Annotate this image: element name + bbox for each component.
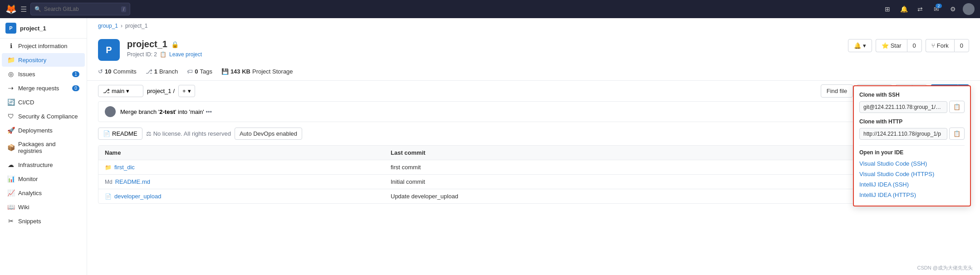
- sidebar-item-cicd[interactable]: 🔄 CI/CD: [2, 95, 85, 109]
- commit-author-avatar: [105, 106, 116, 117]
- analytics-icon: 📈: [7, 189, 15, 196]
- path-sep: /: [173, 88, 175, 94]
- stats-row: ↺ 10 Commits ⎇ 1 Branch 🏷 0 Tags 💾 143 K…: [87, 68, 980, 80]
- repository-icon: 📁: [7, 56, 15, 64]
- sidebar-item-label: Repository: [18, 57, 79, 64]
- storage-label: Project Storage: [252, 68, 293, 75]
- clone-vscode-https[interactable]: Visual Studio Code (HTTPS): [859, 169, 965, 179]
- sidebar: P project_1 ℹ Project information 📁 Repo…: [0, 18, 87, 275]
- packages-icon: 📦: [7, 144, 15, 151]
- commit-branch: 2-test: [159, 108, 175, 115]
- readme-bar: 📄 README ⚖ No license. All rights reserv…: [98, 128, 969, 140]
- file-name-text: developer_upload: [114, 193, 161, 200]
- hamburger-menu[interactable]: ☰: [20, 5, 27, 14]
- commit-dots[interactable]: •••: [206, 108, 212, 115]
- sidebar-item-label: Monitor: [18, 176, 79, 182]
- file-commit-msg: first commit: [391, 164, 676, 171]
- create-icon[interactable]: ⊞: [881, 3, 894, 15]
- sidebar-item-analytics[interactable]: 📈 Analytics: [2, 186, 85, 200]
- sidebar-item-merge-requests[interactable]: ⇢ Merge requests 0: [2, 81, 85, 95]
- add-button[interactable]: + ▾: [178, 85, 195, 97]
- notifications-button[interactable]: 🔔 ▾: [848, 39, 872, 52]
- file-name-readme[interactable]: Md README.md: [105, 178, 391, 185]
- find-file-button[interactable]: Find file: [821, 84, 853, 98]
- sidebar-item-packages-registries[interactable]: 📦 Packages and registries: [2, 138, 85, 157]
- merge-requests-badge: 0: [72, 85, 79, 91]
- leave-project-link[interactable]: Leave project: [169, 51, 202, 58]
- commits-icon: ↺: [98, 68, 103, 75]
- project-header: P project_1 🔒 Project ID: 2 📋 Leave proj…: [87, 34, 980, 68]
- sidebar-item-snippets[interactable]: ✂ Snippets: [2, 214, 85, 228]
- cicd-icon: 🔄: [7, 98, 15, 106]
- clone-http-copy-button[interactable]: 📋: [949, 128, 965, 140]
- clone-vscode-ssh[interactable]: Visual Studio Code (SSH): [859, 158, 965, 169]
- search-box[interactable]: 🔍 /: [30, 3, 130, 15]
- settings-icon[interactable]: ⚙: [946, 3, 959, 15]
- commit-message-text: Merge branch '2-test' into 'main' •••: [120, 108, 862, 115]
- fork-count-button[interactable]: 0: [954, 39, 969, 52]
- avatar[interactable]: [963, 3, 975, 15]
- issues-icon: ◎: [7, 70, 15, 78]
- sidebar-item-repository[interactable]: 📁 Repository: [2, 53, 85, 67]
- branch-selector[interactable]: ⎇ main ▾: [98, 85, 143, 97]
- sidebar-item-project-information[interactable]: ℹ Project information: [2, 39, 85, 53]
- file-name-developer-upload[interactable]: 📄 developer_upload: [105, 193, 391, 200]
- project-header-right: 🔔 ▾ ⭐ Star 0 ⑂ Fork 0: [848, 39, 969, 52]
- sidebar-item-monitor[interactable]: 📊 Monitor: [2, 172, 85, 186]
- repo-toolbar: ⎇ main ▾ project_1 / + ▾ Find file Web I…: [87, 80, 980, 101]
- sidebar-item-wiki[interactable]: 📖 Wiki: [2, 200, 85, 214]
- project-header-left: P project_1 🔒 Project ID: 2 📋 Leave proj…: [98, 39, 202, 61]
- clone-idea-https[interactable]: IntelliJ IDEA (HTTPS): [859, 190, 965, 200]
- plus-icon: +: [182, 88, 186, 94]
- breadcrumb-group[interactable]: group_1: [98, 23, 118, 29]
- project-title-row: project_1 🔒: [127, 39, 202, 49]
- clone-idea-ssh[interactable]: IntelliJ IDEA (SSH): [859, 179, 965, 190]
- project-id-text: Project ID: 2: [127, 51, 157, 58]
- star-button[interactable]: ⭐ Star: [876, 39, 907, 52]
- readme-file-icon: Md: [105, 179, 113, 185]
- commit-message-bar: Merge branch '2-test' into 'main' ••• Ad…: [98, 101, 969, 122]
- folder-icon: 📁: [105, 164, 112, 171]
- sidebar-item-security-compliance[interactable]: 🛡 Security & Compliance: [2, 109, 85, 123]
- file-name-text: first_dic: [114, 164, 135, 171]
- clone-ssh-copy-button[interactable]: 📋: [949, 101, 965, 113]
- star-count-button[interactable]: 0: [907, 39, 922, 52]
- gitlab-logo: 🦊: [5, 4, 17, 15]
- branches-stat[interactable]: ⎇ 1 Branch: [146, 68, 178, 75]
- path-breadcrumb: project_1 /: [147, 88, 175, 94]
- sidebar-item-deployments[interactable]: 🚀 Deployments: [2, 123, 85, 137]
- snippets-icon: ✂: [7, 217, 15, 225]
- table-row: 📄 developer_upload Update developer_uplo…: [98, 189, 969, 203]
- copy-id-icon[interactable]: 📋: [160, 51, 167, 58]
- monitor-icon: 📊: [7, 175, 15, 182]
- readme-label: README: [112, 130, 137, 137]
- wiki-icon: 📖: [7, 203, 15, 211]
- fork-label: Fork: [937, 42, 949, 49]
- commits-count: 10: [105, 68, 111, 75]
- path-project[interactable]: project_1: [147, 88, 171, 94]
- sidebar-item-label: CI/CD: [18, 99, 79, 106]
- fork-button-group: ⑂ Fork 0: [926, 39, 969, 52]
- sidebar-item-infrastructure[interactable]: ☁ Infrastructure: [2, 158, 85, 172]
- files-table-header: Name Last commit: [98, 146, 969, 160]
- branch-icon-small: ⎇: [103, 88, 110, 94]
- sidebar-item-issues[interactable]: ◎ Issues 1: [2, 67, 85, 81]
- storage-size: 143 KB: [230, 68, 250, 75]
- branch-count: 1: [154, 68, 157, 75]
- fork-button[interactable]: ⑂ Fork: [926, 39, 954, 52]
- search-shortcut: /: [121, 6, 126, 12]
- clone-ssh-input[interactable]: [859, 101, 947, 113]
- clone-http-input[interactable]: [859, 128, 947, 140]
- issues-icon[interactable]: 🔔: [897, 3, 910, 15]
- readme-button[interactable]: 📄 README: [98, 128, 142, 140]
- commit-message-suffix: ' into 'main': [175, 108, 204, 115]
- file-name-first-dic[interactable]: 📁 first_dic: [105, 164, 391, 171]
- sidebar-item-label: Issues: [18, 71, 69, 78]
- commits-stat[interactable]: ↺ 10 Commits: [98, 68, 137, 75]
- search-input[interactable]: [44, 6, 118, 12]
- file-commit-msg: Initial commit: [391, 178, 676, 185]
- commit-message-prefix: Merge branch ': [120, 108, 159, 115]
- tags-stat[interactable]: 🏷 0 Tags: [187, 68, 212, 75]
- merge-requests-nav-icon[interactable]: ⇄: [914, 3, 926, 15]
- mail-icon[interactable]: ✉ 2: [930, 3, 943, 15]
